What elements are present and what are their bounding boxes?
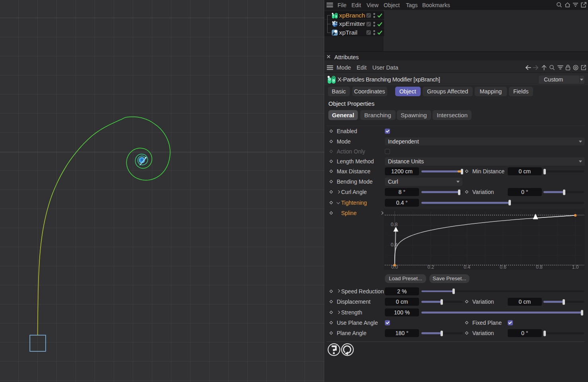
svg-text:0.8: 0.8: [536, 264, 542, 270]
svg-text:0.8: 0.8: [390, 222, 397, 227]
svg-text:0.6: 0.6: [500, 264, 506, 270]
